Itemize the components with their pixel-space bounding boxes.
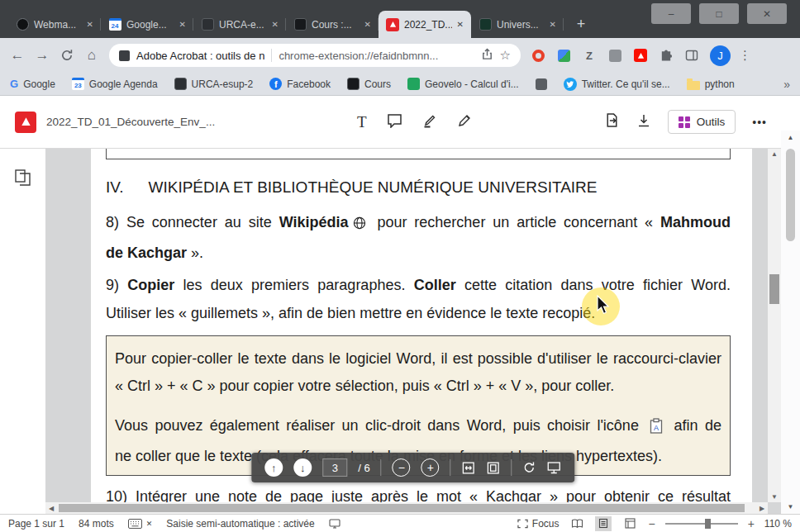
bookmark-icon-only[interactable]: [536, 78, 547, 90]
horizontal-scrollbar-thumb[interactable]: [59, 504, 745, 512]
word-status-bar: Page 1 sur 1 84 mots ✕ Saisie semi-autom…: [0, 514, 800, 532]
scroll-right-icon[interactable]: ▶: [756, 502, 768, 514]
tab-pdf-active[interactable]: 2022_TD... ✕: [379, 11, 471, 38]
browser-menu-kebab-icon[interactable]: ⋮: [739, 48, 751, 63]
dictation-status[interactable]: ✕: [128, 519, 153, 529]
tab-webmail[interactable]: Webma... ✕: [8, 11, 101, 38]
pdf-favicon: [386, 18, 399, 31]
page-url-text: chrome-extension://efaidnbmnn...: [279, 50, 474, 62]
download-icon[interactable]: [636, 113, 651, 131]
web-layout-icon[interactable]: [621, 516, 638, 531]
unnamed-bookmark-icon: [536, 78, 547, 90]
tab-close-icon[interactable]: ✕: [87, 20, 93, 29]
new-tab-button[interactable]: +: [570, 13, 592, 35]
bookmark-facebook[interactable]: fFacebook: [269, 78, 331, 90]
side-panel-icon[interactable]: [684, 48, 699, 63]
window-controls: – □ ✕: [651, 3, 787, 24]
previous-page-icon[interactable]: ↑: [264, 458, 283, 477]
bookmark-cours[interactable]: Cours: [347, 78, 391, 90]
page-title-text: Adobe Acrobat : outils de n: [136, 50, 264, 62]
pdf-floating-toolbar: ↑ ↓ 3 / 6 − +: [251, 453, 574, 482]
presentation-mode-icon[interactable]: [547, 461, 562, 474]
zoom-in-icon[interactable]: +: [421, 458, 440, 477]
pen-tool-icon[interactable]: [457, 113, 472, 131]
scroll-up-icon[interactable]: ▲: [768, 150, 781, 158]
annotation-tools: T: [357, 113, 472, 131]
zoom-slider-thumb[interactable]: [705, 519, 711, 529]
reload-icon[interactable]: [55, 43, 79, 68]
browser-scrollbar[interactable]: ▲ ▼: [781, 131, 800, 514]
tools-button[interactable]: Outils: [668, 110, 736, 134]
bookmark-google[interactable]: GGoogle: [10, 78, 55, 90]
browser-toolbar: ← → ⌂ Adobe Acrobat : outils de n chrome…: [0, 38, 800, 73]
share-icon[interactable]: [481, 48, 493, 63]
cours-favicon: [293, 18, 307, 31]
extension-z-icon[interactable]: Z: [582, 48, 597, 63]
export-pdf-icon[interactable]: [604, 112, 620, 131]
page-indicator[interactable]: Page 1 sur 1: [8, 518, 64, 530]
bookmark-folder-python[interactable]: python: [687, 78, 735, 90]
tab-close-icon[interactable]: ✕: [364, 20, 371, 29]
forward-icon[interactable]: →: [30, 43, 55, 68]
extensions-puzzle-icon[interactable]: [659, 48, 674, 63]
next-page-icon[interactable]: ↓: [293, 458, 312, 477]
bookmark-google-agenda[interactable]: 23Google Agenda: [72, 78, 158, 90]
bookmark-urca-esup[interactable]: URCA-esup-2: [174, 78, 254, 90]
tab-close-icon[interactable]: ✕: [457, 20, 464, 29]
add-text-tool-icon[interactable]: T: [357, 113, 367, 131]
home-icon[interactable]: ⌂: [79, 43, 104, 68]
tab-cours[interactable]: Cours :... ✕: [286, 11, 379, 38]
extension-color-icon[interactable]: [556, 48, 571, 63]
window-maximize-button[interactable]: □: [699, 3, 739, 24]
browser-scrollbar-thumb[interactable]: [786, 149, 795, 241]
zoom-out-icon[interactable]: −: [393, 458, 411, 477]
focus-mode[interactable]: Focus: [517, 518, 560, 530]
tab-google-agenda[interactable]: 24 Google... ✕: [101, 11, 193, 38]
extension-gray-icon[interactable]: [607, 48, 622, 63]
word-count[interactable]: 84 mots: [79, 518, 114, 530]
page-thumbnails-icon[interactable]: [14, 169, 31, 190]
acrobat-logo-icon: [15, 112, 36, 133]
dictation-off-mark: ✕: [146, 520, 153, 528]
zoom-percentage[interactable]: 110 %: [764, 518, 792, 530]
bookmark-star-icon[interactable]: ☆: [500, 48, 511, 63]
window-close-button[interactable]: ✕: [747, 3, 787, 24]
zoom-in-button[interactable]: +: [748, 517, 755, 530]
tab-label: Webma...: [34, 19, 82, 31]
vertical-scrollbar-thumb[interactable]: [769, 274, 779, 304]
bookmark-geovelo[interactable]: Geovelo - Calcul d'i...: [407, 78, 519, 90]
fit-width-icon[interactable]: [462, 461, 476, 475]
rotate-icon[interactable]: [523, 461, 536, 474]
scroll-left-icon[interactable]: ◀: [45, 502, 57, 514]
zoom-slider[interactable]: [665, 523, 738, 525]
acrobat-more-kebab-icon[interactable]: •••: [752, 116, 767, 129]
print-layout-icon[interactable]: [595, 516, 612, 531]
browser-scroll-down-icon[interactable]: ▼: [781, 503, 800, 511]
tab-close-icon[interactable]: ✕: [550, 20, 556, 29]
autocomplete-status[interactable]: Saisie semi-automatique : activée: [166, 518, 314, 530]
comment-tool-icon[interactable]: [387, 113, 402, 131]
address-bar[interactable]: Adobe Acrobat : outils de n chrome-exten…: [109, 44, 521, 67]
pdf-horizontal-scrollbar[interactable]: ◀ ▶: [45, 502, 768, 514]
scroll-down-icon[interactable]: ▼: [768, 493, 781, 501]
paragraph-8: 8) Se connecter au site Wikipédia pour r…: [106, 208, 731, 267]
extension-red-icon[interactable]: [531, 48, 545, 63]
page-number-input[interactable]: 3: [322, 458, 347, 477]
pdf-vertical-scrollbar[interactable]: ▲ ▼: [768, 149, 781, 502]
display-settings-icon[interactable]: [329, 519, 340, 529]
adobe-extension-icon[interactable]: [633, 48, 648, 63]
bookmarks-overflow-chevron[interactable]: »: [783, 78, 790, 91]
fit-page-icon[interactable]: [487, 461, 501, 475]
browser-scroll-up-icon[interactable]: ▲: [781, 134, 800, 141]
zoom-out-button[interactable]: −: [648, 517, 655, 530]
tab-urca[interactable]: URCA-e... ✕: [193, 11, 286, 38]
bookmark-twitter[interactable]: Twitter. Ce qu'il se...: [564, 78, 670, 91]
highlighter-tool-icon[interactable]: [422, 113, 437, 131]
profile-avatar[interactable]: J: [710, 45, 731, 66]
tab-university[interactable]: Univers... ✕: [471, 11, 564, 38]
window-minimize-button[interactable]: –: [651, 3, 691, 24]
tab-close-icon[interactable]: ✕: [179, 20, 186, 29]
read-mode-icon[interactable]: [569, 516, 585, 531]
back-icon[interactable]: ←: [5, 43, 30, 68]
tab-close-icon[interactable]: ✕: [272, 20, 279, 29]
